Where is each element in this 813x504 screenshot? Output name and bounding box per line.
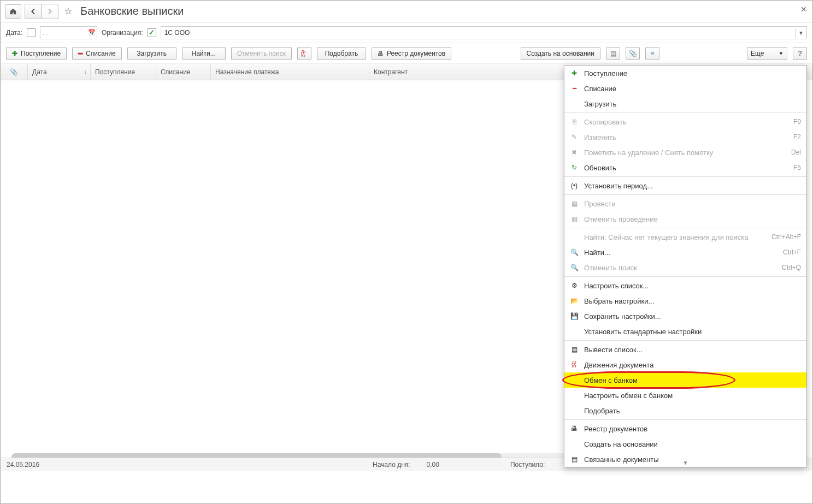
menu-save-settings[interactable]: 💾Сохранить настройки... bbox=[564, 309, 806, 324]
close-button[interactable]: ✕ bbox=[800, 5, 807, 14]
menu-doc-movements[interactable]: Движения документа bbox=[564, 357, 806, 372]
document-icon: ▤ bbox=[610, 50, 616, 57]
menu-edit[interactable]: ✎ИзменитьF2 bbox=[564, 129, 806, 145]
list-icon: ≡ bbox=[650, 50, 654, 57]
create-based-button[interactable]: Создать на основании bbox=[521, 47, 601, 60]
menu-refresh[interactable]: ↻ОбновитьF5 bbox=[564, 160, 806, 175]
menu-find[interactable]: 🔍Найти...Ctrl+F bbox=[564, 245, 806, 260]
find-button[interactable]: Найти... bbox=[182, 47, 226, 60]
page-title: Банковские выписки bbox=[80, 5, 184, 17]
copy-icon: ⎘ bbox=[570, 118, 579, 126]
menu-configure-bank[interactable]: Настроить обмен с банком bbox=[564, 388, 806, 403]
menu-find-hint[interactable]: Найти: Сейчас нет текущего значения для … bbox=[564, 229, 806, 245]
dtkt-button[interactable] bbox=[297, 47, 311, 60]
filter-bar: Дата: . . 📅 Организация: 1С ООО ▾ bbox=[1, 22, 812, 43]
menu-cancel-find[interactable]: 🔍Отменить поискCtrl+Q bbox=[564, 260, 806, 275]
menu-bank-exchange[interactable]: Обмен с банком bbox=[564, 372, 806, 388]
unpost-icon: ▦ bbox=[570, 215, 579, 223]
post-icon: ▦ bbox=[570, 200, 579, 207]
status-date: 24.05.2016 bbox=[7, 461, 356, 469]
dropdown-icon[interactable]: ▾ bbox=[796, 28, 805, 38]
home-icon bbox=[9, 8, 17, 15]
cancel-search-icon: 🔍 bbox=[570, 264, 579, 271]
arrow-left-icon bbox=[30, 8, 37, 15]
menu-unpost[interactable]: ▦Отменить проведение bbox=[564, 211, 806, 227]
pick-button[interactable]: Подобрать bbox=[317, 47, 366, 60]
search-icon: 🔍 bbox=[570, 248, 579, 256]
structure-button[interactable]: ▤ bbox=[606, 47, 620, 60]
save-icon: 💾 bbox=[570, 312, 579, 320]
expense-button[interactable]: ━Списание bbox=[72, 47, 122, 60]
menu-mark-delete[interactable]: ✖Пометить на удаление / Снять пометкуDel bbox=[564, 145, 806, 160]
date-filter-checkbox[interactable] bbox=[27, 28, 36, 37]
minus-icon: ━ bbox=[78, 49, 83, 58]
cancel-find-button[interactable]: Отменить поиск bbox=[231, 47, 292, 60]
favorite-button[interactable] bbox=[62, 5, 75, 18]
column-income[interactable]: Поступление bbox=[91, 64, 156, 80]
output-icon: ▤ bbox=[570, 346, 579, 353]
menu-create-based[interactable]: Создать на основании bbox=[564, 436, 806, 452]
org-input[interactable]: 1С ООО ▾ bbox=[161, 26, 807, 39]
menu-set-period[interactable]: (•)Установить период... bbox=[564, 178, 806, 193]
period-icon: (•) bbox=[570, 182, 579, 189]
menu-choose-settings[interactable]: 📂Выбрать настройки... bbox=[564, 293, 806, 309]
minus-icon: ━ bbox=[570, 85, 579, 92]
load-button[interactable]: Загрузить bbox=[127, 47, 176, 60]
chevron-down-icon: ▼ bbox=[779, 51, 783, 56]
day-start-label: Начало дня: bbox=[373, 461, 410, 469]
delete-icon: ✖ bbox=[570, 149, 579, 156]
separator bbox=[564, 276, 806, 277]
org-label: Организация: bbox=[102, 29, 143, 37]
day-start-value: 0,00 bbox=[427, 461, 439, 469]
printer-icon: 🖶 bbox=[570, 425, 579, 432]
attach-button[interactable]: 📎 bbox=[626, 47, 640, 60]
menu-income[interactable]: ✚Поступление bbox=[564, 66, 806, 81]
help-button[interactable]: ? bbox=[793, 47, 807, 60]
registry-button[interactable]: 🖶Реестр документов bbox=[372, 47, 451, 60]
menu-pick[interactable]: Подобрать bbox=[564, 403, 806, 418]
window: Банковские выписки ✕ Дата: . . 📅 Организ… bbox=[0, 0, 813, 504]
pencil-icon: ✎ bbox=[570, 133, 579, 141]
calendar-icon[interactable]: 📅 bbox=[88, 29, 96, 36]
date-input[interactable]: . . 📅 bbox=[40, 26, 97, 39]
back-button[interactable] bbox=[25, 4, 42, 19]
org-value: 1С ООО bbox=[164, 29, 190, 37]
arrow-right-icon bbox=[46, 8, 54, 15]
column-purpose[interactable]: Назначение платежа bbox=[211, 64, 369, 80]
menu-registry[interactable]: 🖶Реестр документов bbox=[564, 421, 806, 436]
menu-post[interactable]: ▦Провести bbox=[564, 196, 806, 211]
menu-expense[interactable]: ━Списание bbox=[564, 81, 806, 96]
column-expense[interactable]: Списание bbox=[156, 64, 211, 80]
paperclip-icon: 📎 bbox=[629, 50, 637, 57]
dtkt-icon bbox=[570, 360, 579, 369]
date-value: . . bbox=[43, 29, 48, 37]
more-button[interactable]: Еще▼ bbox=[747, 47, 787, 60]
home-button[interactable] bbox=[5, 4, 21, 19]
dtkt-icon bbox=[301, 50, 308, 57]
settings-icon: ⚙ bbox=[570, 282, 579, 289]
menu-load[interactable]: Загрузить bbox=[564, 96, 806, 111]
column-date[interactable]: Дата↓ bbox=[28, 64, 91, 80]
refresh-icon: ↻ bbox=[570, 164, 579, 171]
printer-icon: 🖶 bbox=[378, 50, 384, 57]
menu-output-list[interactable]: ▤Вывести список... bbox=[564, 342, 806, 357]
org-filter-checkbox[interactable] bbox=[148, 28, 156, 37]
income-button[interactable]: ✚Поступление bbox=[6, 47, 67, 60]
document-icon: ▤ bbox=[570, 455, 579, 463]
toolbar: ✚Поступление ━Списание Загрузить Найти..… bbox=[1, 43, 812, 64]
scroll-down-icon[interactable]: ▼ bbox=[683, 460, 688, 466]
menu-copy[interactable]: ⎘СкопироватьF9 bbox=[564, 114, 806, 129]
separator bbox=[564, 340, 806, 341]
separator bbox=[564, 419, 806, 420]
separator bbox=[564, 194, 806, 195]
forward-button[interactable] bbox=[42, 4, 58, 19]
separator bbox=[564, 176, 806, 177]
separator bbox=[564, 228, 806, 228]
paperclip-icon: 📎 bbox=[10, 68, 18, 76]
list-button[interactable]: ≡ bbox=[645, 47, 659, 60]
menu-default-settings[interactable]: Установить стандартные настройки bbox=[564, 324, 806, 339]
column-attach[interactable]: 📎 bbox=[1, 64, 28, 80]
menu-configure-list[interactable]: ⚙Настроить список... bbox=[564, 278, 806, 293]
separator bbox=[564, 112, 806, 113]
received-label: Поступило: bbox=[510, 461, 545, 469]
